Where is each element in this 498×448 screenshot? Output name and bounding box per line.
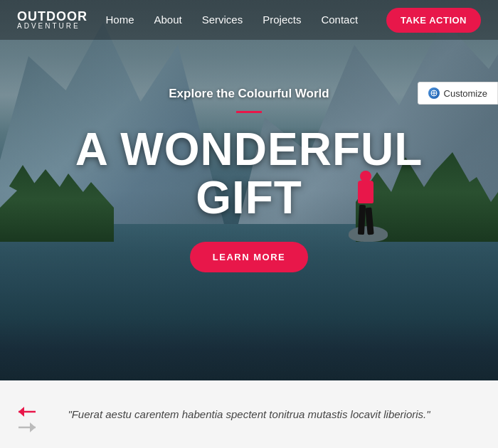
brand-title: OUTDOOR [17,10,88,23]
nav-about[interactable]: About [154,14,181,26]
hero-title-line1: A WONDERFUL [75,124,423,175]
hero-section: Customize Explore the Colourful World A … [0,0,498,380]
logo: OUTDOOR ADVENTURE [17,10,88,30]
next-arrow[interactable] [17,421,37,434]
nav-cta-button[interactable]: TAKE ACTION [386,8,481,33]
hero-divider [236,111,262,113]
customize-icon [428,87,440,99]
nav-home[interactable]: Home [105,14,134,26]
learn-more-button[interactable]: LEARN MORE [190,242,308,272]
quote-section: "Fuerat aestu carentem habentia spectent… [0,380,498,448]
hero-content: Explore the Colourful World A WONDERFUL … [0,0,498,380]
customize-button[interactable]: Customize [418,82,498,105]
prev-arrow[interactable] [17,405,37,418]
quote-arrows[interactable] [17,405,37,434]
quote-text: "Fuerat aestu carentem habentia spectent… [68,406,430,423]
nav-projects[interactable]: Projects [263,14,301,26]
customize-label: Customize [444,88,487,99]
nav-links: Home About Services Projects Contact TAK… [105,14,481,26]
nav-contact[interactable]: Contact [321,14,358,26]
brand-subtitle: ADVENTURE [17,23,88,30]
hero-title-line2: GIFT [196,172,302,223]
hero-subtitle: Explore the Colourful World [169,87,329,101]
hero-title: A WONDERFUL GIFT [75,126,423,221]
nav-services[interactable]: Services [202,14,243,26]
navbar: OUTDOOR ADVENTURE Home About Services Pr… [0,0,498,40]
